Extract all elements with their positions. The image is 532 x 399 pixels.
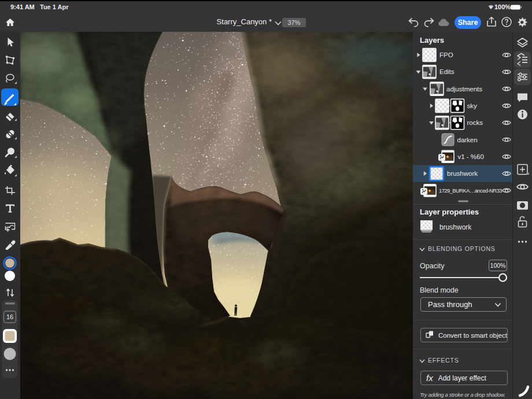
svg-text:sky: sky <box>467 102 478 109</box>
svg-text:Edits: Edits <box>439 68 455 75</box>
svg-text:darken: darken <box>457 136 478 143</box>
svg-text:1729_BURKA…anced-NR33: 1729_BURKA…anced-NR33 <box>439 188 502 194</box>
svg-text:FPO: FPO <box>439 51 453 58</box>
svg-text:16: 16 <box>6 313 13 320</box>
svg-text:adjustments: adjustments <box>446 86 482 93</box>
svg-text:brushwork: brushwork <box>447 170 478 177</box>
svg-text:v1 - %60: v1 - %60 <box>458 153 484 160</box>
svg-text:rocks: rocks <box>467 119 483 126</box>
